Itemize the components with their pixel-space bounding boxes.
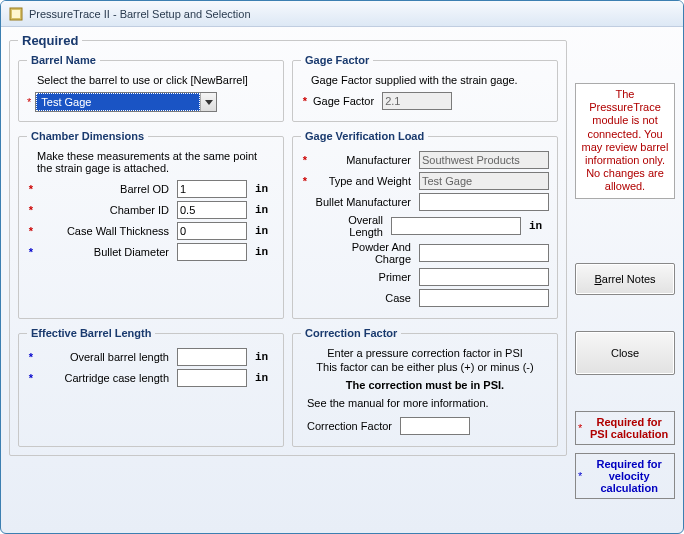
form-row: Case: [301, 289, 549, 307]
barrel-notes-label: arrel Notes: [602, 273, 656, 285]
dropdown-arrow-icon[interactable]: [200, 93, 216, 111]
field-label: Cartridge case length: [39, 372, 173, 384]
barrel-select-value: Test Gage: [36, 93, 200, 111]
form-row: Bullet Manufacturer: [301, 193, 549, 211]
field-input[interactable]: [177, 201, 247, 219]
form-row: Primer: [301, 268, 549, 286]
titlebar: PressureTrace II - Barrel Setup and Sele…: [1, 1, 683, 27]
field-input[interactable]: [419, 289, 549, 307]
form-row: *Cartridge case lengthin: [27, 369, 275, 387]
form-row: *Manufacturer: [301, 151, 549, 169]
window: PressureTrace II - Barrel Setup and Sele…: [0, 0, 684, 534]
field-label: Overall Length: [313, 214, 387, 238]
gage-factor-row: * Gage Factor: [301, 92, 549, 110]
field-label: Case: [313, 292, 415, 304]
unit-label: in: [255, 204, 275, 216]
form-row: Powder And Charge: [301, 241, 549, 265]
right-column: The PressureTrace module is not connecte…: [575, 33, 675, 499]
gage-factor-label: Gage Factor: [313, 95, 378, 107]
field-label: Case Wall Thickness: [39, 225, 173, 237]
field-label: Bullet Manufacturer: [313, 196, 415, 208]
field-input[interactable]: [177, 243, 247, 261]
field-input[interactable]: [177, 348, 247, 366]
required-marker-icon: *: [578, 470, 582, 482]
field-label: Manufacturer: [313, 154, 415, 166]
required-marker-icon: *: [27, 96, 31, 108]
field-input[interactable]: [177, 369, 247, 387]
required-marker-icon: *: [27, 351, 35, 363]
field-input[interactable]: [419, 193, 549, 211]
correction-fieldset: Correction Factor Enter a pressure corre…: [292, 327, 558, 447]
required-marker-icon: *: [578, 422, 582, 434]
form-row: *Chamber IDin: [27, 201, 275, 219]
unit-label: in: [255, 351, 275, 363]
barrel-name-hint: Select the barrel to use or click [NewBa…: [37, 74, 275, 86]
form-row: *Type and Weight: [301, 172, 549, 190]
correction-line1: Enter a pressure correction factor in PS…: [301, 347, 549, 359]
connection-warning: The PressureTrace module is not connecte…: [575, 83, 675, 199]
unit-label: in: [255, 183, 275, 195]
correction-line2: This factor can be either plus (+) or mi…: [301, 361, 549, 373]
field-input[interactable]: [419, 172, 549, 190]
effective-legend: Effective Barrel Length: [27, 327, 155, 339]
legend-psi: * Required for PSI calculation: [575, 411, 675, 445]
field-label: Type and Weight: [313, 175, 415, 187]
chamber-fieldset: Chamber Dimensions Make these measuremen…: [18, 130, 284, 319]
field-label: Overall barrel length: [39, 351, 173, 363]
form-row: *Barrel ODin: [27, 180, 275, 198]
correction-input[interactable]: [400, 417, 470, 435]
unit-label: in: [255, 372, 275, 384]
close-button[interactable]: Close: [575, 331, 675, 375]
field-input[interactable]: [419, 268, 549, 286]
effective-fieldset: Effective Barrel Length *Overall barrel …: [18, 327, 284, 447]
field-input[interactable]: [391, 217, 521, 235]
correction-legend: Correction Factor: [301, 327, 401, 339]
correction-line3: See the manual for more information.: [307, 397, 549, 409]
legend-velocity-text: Required for velocity calculation: [586, 458, 672, 494]
field-label: Primer: [313, 271, 415, 283]
correction-bold: The correction must be in PSI.: [301, 379, 549, 391]
main-column: Required Barrel Name Select the barrel t…: [9, 33, 567, 499]
unit-label: in: [529, 220, 549, 232]
field-label: Barrel OD: [39, 183, 173, 195]
gage-factor-input[interactable]: [382, 92, 452, 110]
required-marker-icon: *: [27, 183, 35, 195]
gage-factor-fieldset: Gage Factor Gage Factor supplied with th…: [292, 54, 558, 122]
field-input[interactable]: [177, 180, 247, 198]
required-legend: Required: [18, 33, 82, 48]
upper-grid: Barrel Name Select the barrel to use or …: [18, 54, 558, 447]
verification-fieldset: Gage Verification Load *Manufacturer*Typ…: [292, 130, 558, 319]
required-marker-icon: *: [27, 204, 35, 216]
barrel-notes-button[interactable]: Barrel Notes: [575, 263, 675, 295]
field-input[interactable]: [419, 244, 549, 262]
field-label: Bullet Diameter: [39, 246, 173, 258]
chamber-hint: Make these measurements at the same poin…: [37, 150, 275, 174]
field-input[interactable]: [419, 151, 549, 169]
required-marker-icon: *: [27, 225, 35, 237]
legend-psi-text: Required for PSI calculation: [586, 416, 672, 440]
body: Required Barrel Name Select the barrel t…: [1, 27, 683, 507]
required-marker-icon: *: [301, 154, 309, 166]
field-input[interactable]: [177, 222, 247, 240]
correction-row: Correction Factor: [301, 417, 549, 435]
svg-rect-1: [12, 10, 20, 18]
barrel-name-fieldset: Barrel Name Select the barrel to use or …: [18, 54, 284, 122]
required-fieldset: Required Barrel Name Select the barrel t…: [9, 33, 567, 456]
required-marker-icon: *: [27, 246, 35, 258]
unit-label: in: [255, 246, 275, 258]
field-label: Chamber ID: [39, 204, 173, 216]
barrel-select[interactable]: Test Gage: [35, 92, 217, 112]
barrel-select-row: * Test Gage: [27, 92, 275, 112]
form-row: *Case Wall Thicknessin: [27, 222, 275, 240]
correction-label: Correction Factor: [307, 420, 396, 432]
close-label: Close: [611, 347, 639, 359]
required-marker-icon: *: [27, 372, 35, 384]
required-marker-icon: *: [301, 175, 309, 187]
legend-velocity: * Required for velocity calculation: [575, 453, 675, 499]
field-label: Powder And Charge: [313, 241, 415, 265]
form-row: Overall Lengthin: [301, 214, 549, 238]
unit-label: in: [255, 225, 275, 237]
barrel-name-legend: Barrel Name: [27, 54, 100, 66]
form-row: *Bullet Diameterin: [27, 243, 275, 261]
required-marker-icon: *: [301, 95, 309, 107]
